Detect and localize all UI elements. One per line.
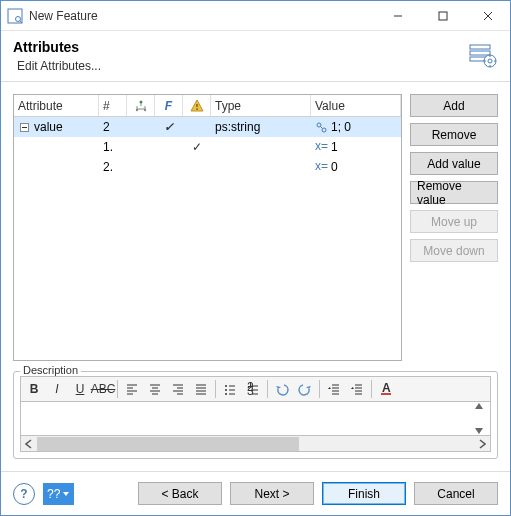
description-legend: Description [20,364,81,376]
svg-rect-8 [470,51,490,55]
close-button[interactable] [465,1,510,30]
cell-value: x=0 [311,159,401,175]
svg-point-52 [225,393,227,395]
col-header-hierarchy[interactable] [127,95,155,116]
app-icon [7,8,23,24]
col-header-attribute[interactable]: Attribute [14,95,99,116]
rich-text-toolbar: B I U ABC 123 A [20,376,491,402]
svg-rect-69 [381,393,391,395]
cell-value: x=1 [311,139,401,155]
col-header-fixed[interactable]: F [155,95,183,116]
horizontal-scrollbar[interactable] [20,436,491,452]
cell-fixed: ✓ [155,119,183,135]
svg-point-21 [135,108,137,110]
cell-fixed [155,166,183,168]
separator [371,380,372,398]
align-left-button[interactable] [121,379,143,399]
cell-hierarchy [127,146,155,148]
add-value-button[interactable]: Add value [410,152,498,175]
description-group: Description B I U ABC 123 [13,371,498,459]
svg-text:x=: x= [315,141,328,153]
scrollbar-thumb[interactable] [37,437,299,451]
scroll-left-icon[interactable] [21,437,37,451]
cell-attribute: value [14,119,99,135]
vertical-scrollbar[interactable] [474,402,490,435]
strike-button[interactable]: ABC [92,379,114,399]
svg-point-50 [225,389,227,391]
add-button[interactable]: Add [410,94,498,117]
side-buttons: Add Remove Add value Remove value Move u… [410,94,498,361]
wizard-menu-button[interactable]: ?? [43,483,74,505]
dialog-window: New Feature Attributes Edit Attributes..… [0,0,511,516]
cell-type: ps:string [211,119,311,135]
footer: ? ?? < Back Next > Finish Cancel [1,471,510,515]
cell-type [211,146,311,148]
svg-rect-7 [470,45,490,49]
italic-button[interactable]: I [46,379,68,399]
separator [267,380,268,398]
cell-warning [183,126,211,128]
maximize-button[interactable] [420,1,465,30]
wizard-menu-label: ?? [47,487,60,501]
page-title: Attributes [13,39,466,55]
page-header: Attributes Edit Attributes... [1,31,510,82]
undo-button[interactable] [271,379,293,399]
attribute-name: value [34,120,63,134]
col-header-warning[interactable] [183,95,211,116]
col-header-type[interactable]: Type [211,95,311,116]
table-row[interactable]: 2.x=0 [14,157,401,177]
finish-button[interactable]: Finish [322,482,406,505]
cell-count: 2. [99,159,127,175]
table-row[interactable]: value2✓ps:string1; 0 [14,117,401,137]
tree-collapse-icon[interactable] [18,121,30,133]
cell-type [211,166,311,168]
minimize-button[interactable] [375,1,420,30]
font-color-button[interactable]: A [375,379,397,399]
separator [319,380,320,398]
svg-point-28 [322,128,326,132]
cell-count: 2 [99,119,127,135]
underline-button[interactable]: U [69,379,91,399]
svg-point-48 [225,385,227,387]
cell-attribute [14,166,99,168]
next-button[interactable]: Next > [230,482,314,505]
align-right-button[interactable] [167,379,189,399]
svg-point-22 [143,108,145,110]
cell-hierarchy [127,126,155,128]
svg-point-1 [16,16,21,21]
outdent-button[interactable] [323,379,345,399]
svg-text:x=: x= [315,161,328,173]
number-list-button[interactable]: 123 [242,379,264,399]
separator [215,380,216,398]
remove-button[interactable]: Remove [410,123,498,146]
bold-button[interactable]: B [23,379,45,399]
table-header: Attribute # F Type Value [14,95,401,117]
content-area: Attribute # F Type Value value2✓ps:strin… [1,82,510,471]
titlebar: New Feature [1,1,510,31]
move-down-button[interactable]: Move down [410,239,498,262]
cell-attribute [14,146,99,148]
col-header-count[interactable]: # [99,95,127,116]
svg-point-24 [196,108,198,110]
help-button[interactable]: ? [13,483,35,505]
indent-button[interactable] [346,379,368,399]
cancel-button[interactable]: Cancel [414,482,498,505]
scroll-right-icon[interactable] [474,437,490,451]
redo-button[interactable] [294,379,316,399]
remove-value-button[interactable]: Remove value [410,181,498,204]
align-center-button[interactable] [144,379,166,399]
page-icon [466,39,498,71]
bullet-list-button[interactable] [219,379,241,399]
back-button[interactable]: < Back [138,482,222,505]
move-up-button[interactable]: Move up [410,210,498,233]
cell-warning: ✓ [183,139,211,155]
svg-point-27 [317,123,321,127]
description-editor[interactable] [20,402,491,436]
window-title: New Feature [29,9,375,23]
cell-hierarchy [127,166,155,168]
attributes-table: Attribute # F Type Value value2✓ps:strin… [13,94,402,361]
col-header-value[interactable]: Value [311,95,401,116]
align-justify-button[interactable] [190,379,212,399]
table-body: value2✓ps:string1; 01.✓x=12.x=0 [14,117,401,360]
table-row[interactable]: 1.✓x=1 [14,137,401,157]
